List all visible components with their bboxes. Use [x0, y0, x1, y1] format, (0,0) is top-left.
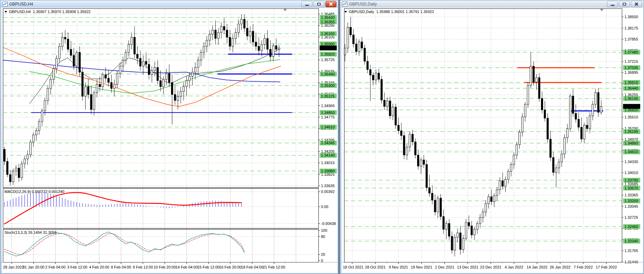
svg-text:1.36610: 1.36610 — [624, 80, 638, 84]
svg-text:1.33880: 1.33880 — [321, 169, 335, 173]
svg-text:17 Feb 2022: 17 Feb 2022 — [596, 265, 617, 269]
svg-text:18 Oct 2021: 18 Oct 2021 — [343, 265, 364, 269]
svg-text:28 Jan 2022: 28 Jan 2022 — [3, 265, 24, 269]
svg-text:13 Dec 2021: 13 Dec 2021 — [457, 265, 478, 269]
svg-text:31 Jan 20:00: 31 Jan 20:00 — [23, 265, 45, 269]
svg-text:80: 80 — [321, 235, 325, 239]
svg-text:1.37480: 1.37480 — [624, 50, 638, 54]
window-title: GBPUSD,Daily — [349, 2, 377, 7]
svg-text:1.31765: 1.31765 — [624, 249, 638, 253]
svg-text:8 Feb 04:00: 8 Feb 04:00 — [111, 265, 131, 269]
svg-text:1.34610: 1.34610 — [624, 150, 638, 154]
svg-text:1.35725: 1.35725 — [321, 58, 335, 62]
svg-text:18 Feb 04:00: 18 Feb 04:00 — [241, 265, 263, 269]
minimize-icon — [305, 5, 309, 6]
svg-text:1.34965: 1.34965 — [321, 104, 335, 108]
svg-text:9 Nov 2021: 9 Nov 2021 — [389, 265, 408, 269]
maximize-icon — [317, 3, 321, 5]
svg-text:1.35820: 1.35820 — [321, 52, 335, 56]
svg-text:1.32725: 1.32725 — [624, 215, 638, 219]
svg-text:1.36430: 1.36430 — [321, 15, 335, 20]
stoch-label: Stoch(13,3,3) 26.1494 31.3059 — [4, 230, 57, 235]
minimize-button[interactable] — [301, 1, 312, 7]
dropdown-triangle-icon — [344, 11, 347, 13]
minimize-button[interactable] — [607, 1, 618, 7]
svg-text:1.36160: 1.36160 — [321, 32, 335, 36]
svg-text:1.35490: 1.35490 — [321, 72, 335, 76]
svg-text:1.34775: 1.34775 — [321, 115, 335, 119]
window-title: GBPUSD,H4 — [9, 2, 33, 7]
price-scale[interactable]: 1.385001.381751.378551.375351.372151.368… — [622, 15, 640, 264]
svg-text:1.32040: 1.32040 — [624, 239, 638, 243]
svg-text:1.33045: 1.33045 — [624, 204, 638, 208]
chart-window-daily: GBPUSD,Daily 1.385001.381751.378551.3753… — [340, 0, 644, 274]
svg-text:100: 100 — [321, 228, 327, 232]
svg-text:0.00392: 0.00392 — [321, 190, 335, 194]
close-button[interactable] — [325, 1, 336, 7]
svg-text:1.35125: 1.35125 — [321, 94, 335, 98]
dropdown-triangle-icon — [4, 11, 7, 13]
svg-text:1.34610: 1.34610 — [321, 125, 335, 129]
svg-text:21 Feb 12:00: 21 Feb 12:00 — [263, 265, 285, 269]
svg-text:1.35610: 1.35610 — [624, 115, 638, 119]
svg-text:7 Feb 2022: 7 Feb 2022 — [574, 265, 593, 269]
quote-text: GBPUSD,Daily 1.35988 1.36001 1.35791 1.3… — [349, 10, 434, 14]
svg-text:2 Feb 04:00: 2 Feb 04:00 — [45, 265, 66, 269]
svg-text:1.33365: 1.33365 — [624, 193, 638, 197]
window-titlebar[interactable]: GBPUSD,H4 — [0, 0, 338, 8]
svg-text:1.34850: 1.34850 — [321, 111, 335, 115]
svg-text:1.36895: 1.36895 — [624, 70, 638, 75]
svg-text:1.36440: 1.36440 — [624, 86, 638, 90]
svg-text:1.34015: 1.34015 — [321, 161, 335, 165]
svg-text:1.34010: 1.34010 — [624, 171, 638, 175]
svg-text:1.37215: 1.37215 — [624, 59, 638, 64]
chart-window-icon — [342, 2, 347, 7]
svg-text:1.33570: 1.33570 — [624, 186, 638, 190]
svg-text:1.34345: 1.34345 — [321, 141, 335, 145]
svg-text:28 Oct 2021: 28 Oct 2021 — [365, 265, 386, 269]
svg-text:1.34860: 1.34860 — [624, 141, 638, 145]
quote-line[interactable]: GBPUSD,H4 1.35967 1.35970 1.35908 1.3592… — [4, 10, 91, 14]
svg-text:19 Nov 2021: 19 Nov 2021 — [411, 265, 432, 269]
svg-text:1.35195: 1.35195 — [624, 129, 638, 134]
svg-text:20: 20 — [321, 252, 325, 256]
mdi-workspace: GBPUSD,H4 1.364851.362951.361051.357251.… — [0, 0, 644, 274]
chart-canvas-daily[interactable]: 1.385001.381751.378551.375351.372151.368… — [342, 8, 643, 273]
svg-text:14 Feb 04:00: 14 Feb 04:00 — [175, 265, 198, 269]
window-titlebar[interactable]: GBPUSD,Daily — [340, 0, 644, 8]
svg-text:4 Jan 2022: 4 Jan 2022 — [505, 265, 523, 269]
svg-text:1.34330: 1.34330 — [624, 160, 638, 164]
svg-text:14 Jan 2022: 14 Jan 2022 — [527, 265, 548, 269]
close-button[interactable] — [631, 1, 642, 7]
svg-text:1.31440: 1.31440 — [624, 260, 638, 264]
quote-line[interactable]: GBPUSD,Daily 1.35988 1.36001 1.35791 1.3… — [344, 10, 434, 14]
chart-area-h4[interactable]: 1.364851.362951.361051.357251.355351.353… — [2, 8, 337, 273]
svg-text:1.35300: 1.35300 — [321, 83, 335, 88]
svg-text:1.36355: 1.36355 — [321, 20, 335, 24]
quote-text: GBPUSD,H4 1.35967 1.35970 1.35908 1.3592… — [9, 10, 91, 14]
svg-text:26 Jan 2022: 26 Jan 2022 — [550, 265, 571, 269]
svg-text:1 Dec 2021: 1 Dec 2021 — [435, 265, 454, 269]
svg-text:10 Feb 20:00: 10 Feb 20:00 — [153, 265, 176, 269]
chart-window-icon — [2, 2, 8, 7]
svg-text:0: 0 — [321, 259, 323, 263]
maximize-button[interactable] — [313, 1, 324, 7]
chart-window-h4: GBPUSD,H4 1.364851.362951.361051.357251.… — [0, 0, 338, 274]
svg-text:1.36145: 1.36145 — [624, 96, 638, 101]
svg-text:1.34205: 1.34205 — [321, 149, 335, 153]
svg-text:1.37035: 1.37035 — [624, 66, 638, 70]
svg-text:1.37855: 1.37855 — [624, 37, 638, 41]
svg-text:15 Feb 12:00: 15 Feb 12:00 — [197, 265, 220, 269]
svg-text:23 Dec 2021: 23 Dec 2021 — [480, 265, 502, 269]
svg-text:9 Feb 12:00: 9 Feb 12:00 — [133, 265, 153, 269]
svg-text:1.33200: 1.33200 — [624, 199, 638, 203]
svg-text:0.00: 0.00 — [321, 205, 328, 209]
svg-text:3 Feb 12:00: 3 Feb 12:00 — [67, 265, 88, 269]
svg-text:1.35990: 1.35990 — [321, 42, 335, 46]
svg-text:1.32460: 1.32460 — [624, 225, 638, 229]
svg-text:1.33635: 1.33635 — [321, 184, 335, 188]
svg-text:1.33795: 1.33795 — [624, 178, 638, 182]
svg-text:1.35922: 1.35922 — [624, 104, 638, 109]
maximize-button[interactable] — [619, 1, 630, 7]
chart-area-daily[interactable]: 1.385001.381751.378551.375351.372151.368… — [342, 8, 643, 273]
